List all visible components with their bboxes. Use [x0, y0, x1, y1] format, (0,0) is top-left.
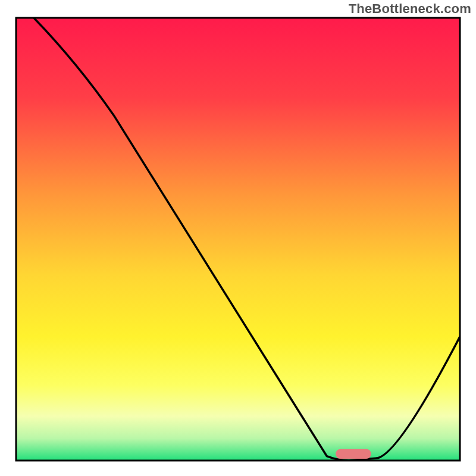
optimal-marker [336, 449, 371, 459]
chart-stage: TheBottleneck.com [0, 0, 476, 476]
gradient-background [16, 18, 460, 461]
bottleneck-chart [0, 0, 476, 476]
